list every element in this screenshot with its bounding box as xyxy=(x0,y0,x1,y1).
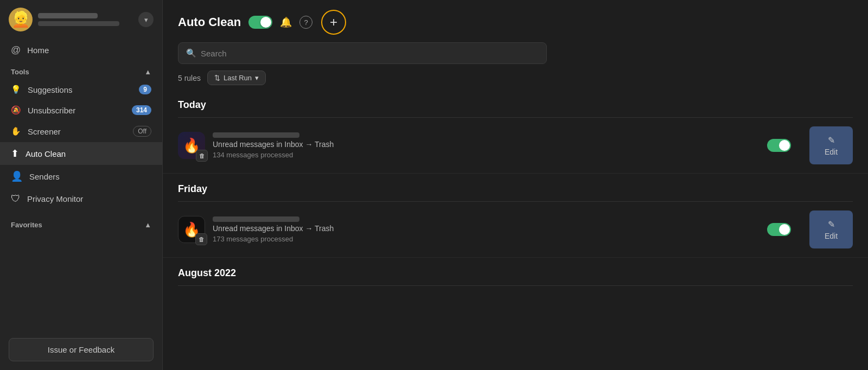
tools-label: Tools xyxy=(11,68,29,76)
sidebar-item-autoclean[interactable]: ⬆ Auto Clean xyxy=(0,142,162,165)
sidebar-header: 👱 ▾ xyxy=(0,0,162,39)
senders-icon: 👤 xyxy=(11,170,23,182)
avatar-emoji: 👱 xyxy=(11,12,30,27)
tools-section-header: Tools ▲ xyxy=(0,61,162,79)
screener-label: Screener xyxy=(28,127,61,136)
edit-rule-today-button[interactable]: ✎ Edit xyxy=(809,126,853,164)
sidebar-item-senders[interactable]: 👤 Senders xyxy=(0,165,162,188)
suggestions-badge: 9 xyxy=(139,85,151,94)
favorites-section-header: Favorites ▲ xyxy=(0,214,162,232)
home-label: Home xyxy=(27,46,49,55)
chevron-down-icon: ▾ xyxy=(144,16,148,24)
rule-toggle-today[interactable] xyxy=(767,139,791,152)
sidebar-item-privacy-monitor[interactable]: 🛡 Privacy Monitor xyxy=(0,188,162,210)
search-input[interactable]: Search xyxy=(201,49,227,58)
bell-icon[interactable]: 🔔 xyxy=(280,16,292,28)
sidebar-item-home[interactable]: @ Home xyxy=(0,39,162,61)
help-icon[interactable]: ? xyxy=(299,16,312,29)
rule-processed-today: 134 messages processed xyxy=(213,151,760,159)
sidebar-item-suggestions[interactable]: 💡 Suggestions 9 xyxy=(0,79,162,100)
account-name-bar xyxy=(38,13,98,18)
sidebar-footer: Issue or Feedback xyxy=(0,329,162,370)
sort-icon: ⇅ xyxy=(214,74,220,82)
shield-icon: 🛡 xyxy=(11,193,21,205)
search-icon: 🔍 xyxy=(186,48,196,58)
trash-icon: 🗑 xyxy=(196,150,208,162)
rule-name-bar xyxy=(213,132,299,138)
favorites-label: Favorites xyxy=(11,221,42,229)
sidebar-item-unsubscriber[interactable]: 🔕 Unsubscriber 314 xyxy=(0,100,162,120)
account-email-bar xyxy=(38,21,119,26)
senders-label: Senders xyxy=(29,172,60,181)
edit-icon: ✎ xyxy=(828,135,835,145)
edit-label-friday: Edit xyxy=(825,232,838,240)
expand-account-button[interactable]: ▾ xyxy=(138,12,154,27)
sidebar: 👱 ▾ @ Home Tools ▲ 💡 Suggestions 9 🔕 Uns… xyxy=(0,0,163,370)
rule-name-bar-friday xyxy=(213,216,299,222)
add-rule-button[interactable]: + xyxy=(321,10,346,35)
issue-feedback-button[interactable]: Issue or Feedback xyxy=(9,338,154,361)
rule-description-today: Unread messages in Inbox → Trash xyxy=(213,140,760,149)
trash-icon-friday: 🗑 xyxy=(195,233,207,245)
section-today: Today 🔥 🗑 Unread messages in Inbox → Tra… xyxy=(163,94,868,174)
section-august-title: August 2022 xyxy=(163,262,868,285)
avatar: 👱 xyxy=(9,8,33,31)
unsubscriber-label: Unsubscriber xyxy=(28,106,75,115)
suggestions-icon: 💡 xyxy=(11,85,21,94)
autoclean-label: Auto Clean xyxy=(25,149,66,158)
account-info xyxy=(38,13,133,26)
main-header: Auto Clean 🔔 ? + xyxy=(163,0,868,40)
at-icon: @ xyxy=(11,44,21,56)
last-run-sort-button[interactable]: ⇅ Last Run ▾ xyxy=(207,71,266,85)
rule-info-today: Unread messages in Inbox → Trash 134 mes… xyxy=(213,132,760,159)
unsubscriber-badge: 314 xyxy=(132,105,151,115)
rule-icon-friday: 🔥 🗑 xyxy=(178,216,205,243)
section-august-2022: August 2022 xyxy=(163,262,868,286)
rule-item: 🔥 🗑 Unread messages in Inbox → Trash 134… xyxy=(163,118,868,174)
rule-item-friday: 🔥 🗑 Unread messages in Inbox → Trash 173… xyxy=(163,202,868,258)
section-today-title: Today xyxy=(163,94,868,117)
rules-count: 5 rules xyxy=(178,74,201,82)
section-august-divider xyxy=(178,285,853,286)
rules-bar: 5 rules ⇅ Last Run ▾ xyxy=(163,71,868,94)
rule-icon-today: 🔥 🗑 xyxy=(178,132,205,159)
tools-expand-icon[interactable]: ▲ xyxy=(144,68,151,76)
suggestions-label: Suggestions xyxy=(28,85,73,94)
edit-rule-friday-button[interactable]: ✎ Edit xyxy=(809,210,853,248)
autoclean-toggle[interactable] xyxy=(248,16,272,29)
last-run-label: Last Run xyxy=(224,74,252,82)
last-run-chevron-icon: ▾ xyxy=(255,74,259,82)
rule-processed-friday: 173 messages processed xyxy=(213,235,760,243)
rule-info-friday: Unread messages in Inbox → Trash 173 mes… xyxy=(213,216,760,243)
section-friday: Friday 🔥 🗑 Unread messages in Inbox → Tr… xyxy=(163,178,868,258)
screener-badge: Off xyxy=(133,126,151,137)
sidebar-item-screener[interactable]: ✋ Screener Off xyxy=(0,120,162,142)
page-title: Auto Clean xyxy=(178,15,241,29)
screener-icon: ✋ xyxy=(11,126,21,136)
edit-icon-friday: ✎ xyxy=(828,219,835,229)
autoclean-icon: ⬆ xyxy=(11,148,19,160)
privacy-monitor-label: Privacy Monitor xyxy=(27,194,83,203)
rule-description-friday: Unread messages in Inbox → Trash xyxy=(213,224,760,233)
rule-toggle-friday[interactable] xyxy=(767,223,791,236)
unsubscriber-icon: 🔕 xyxy=(11,105,21,115)
search-bar[interactable]: 🔍 Search xyxy=(178,42,547,64)
favorites-expand-icon[interactable]: ▲ xyxy=(144,221,151,229)
main-content: Auto Clean 🔔 ? + 🔍 Search 5 rules ⇅ Last… xyxy=(163,0,868,370)
section-friday-title: Friday xyxy=(163,178,868,201)
edit-label-today: Edit xyxy=(825,148,838,156)
search-bar-wrapper: 🔍 Search xyxy=(163,40,868,71)
